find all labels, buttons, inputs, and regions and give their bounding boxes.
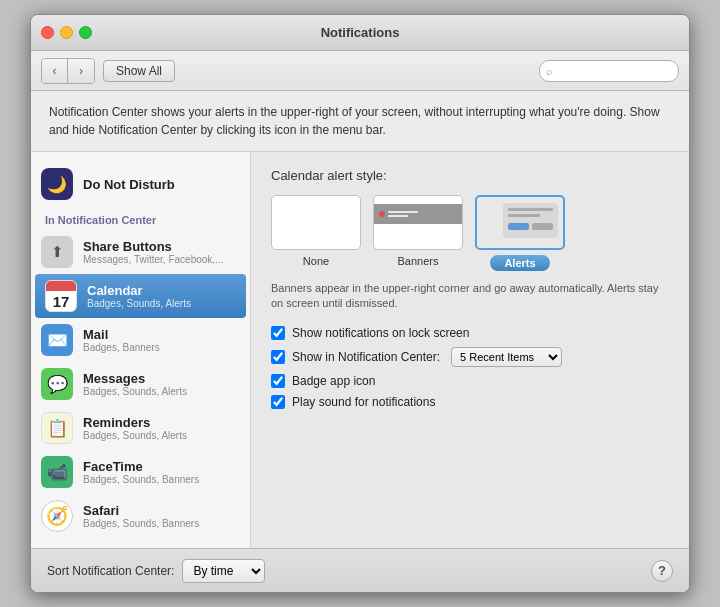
reminders-name: Reminders [83,415,187,430]
search-box: ⌕ [539,60,679,82]
alert-style-heading: Calendar alert style: [271,168,669,183]
window-title: Notifications [321,25,400,40]
help-button[interactable]: ? [651,560,673,582]
banner-strip [374,204,462,224]
content-area: 🌙 Do Not Disturb In Notification Center … [31,152,689,548]
alerts-preview [475,195,565,250]
toolbar: ‹ › Show All ⌕ [31,51,689,91]
sort-select[interactable]: By time Manually [182,559,265,583]
dnd-name: Do Not Disturb [83,177,175,192]
alert-style-none[interactable]: None [271,195,361,271]
alert-description: Banners appear in the upper-right corner… [271,281,669,312]
minimize-button[interactable] [60,26,73,39]
maximize-button[interactable] [79,26,92,39]
sound-label: Play sound for notifications [292,395,435,409]
mail-name: Mail [83,327,160,342]
alert-style-banners[interactable]: Banners [373,195,463,271]
safari-name: Safari [83,503,199,518]
lock-screen-label: Show notifications on lock screen [292,326,469,340]
reminders-icon: 📋 [41,412,73,444]
description-text: Notification Center shows your alerts in… [31,91,689,152]
none-preview [271,195,361,250]
dnd-label-wrap: Do Not Disturb [83,177,175,192]
back-button[interactable]: ‹ [42,59,68,83]
footer: Sort Notification Center: By time Manual… [31,548,689,592]
sidebar-item-calendar[interactable]: 17 Calendar Badges, Sounds, Alerts [35,274,246,318]
safari-icon: 🧭 [41,500,73,532]
sidebar-item-reminders[interactable]: 📋 Reminders Badges, Sounds, Alerts [31,406,250,450]
sidebar-item-mail[interactable]: ✉️ Mail Badges, Banners [31,318,250,362]
recent-items-select[interactable]: 1 Recent Item 5 Recent Items 10 Recent I… [451,347,562,367]
alerts-selected-button[interactable]: Alerts [490,255,549,271]
sound-checkbox[interactable] [271,395,285,409]
banners-label: Banners [398,255,439,267]
traffic-lights [41,26,92,39]
nav-buttons: ‹ › [41,58,95,84]
sidebar-item-facetime[interactable]: 📹 FaceTime Badges, Sounds, Banners [31,450,250,494]
titlebar: Notifications [31,15,689,51]
reminders-sub: Badges, Sounds, Alerts [83,430,187,441]
notifications-window: Notifications ‹ › Show All ⌕ Notificatio… [30,14,690,593]
messages-name: Messages [83,371,187,386]
banner-dot [379,211,385,217]
none-label: None [303,255,329,267]
alert-styles-container: None Banners [271,195,669,271]
forward-button[interactable]: › [68,59,94,83]
dnd-icon: 🌙 [41,168,73,200]
sidebar: 🌙 Do Not Disturb In Notification Center … [31,152,251,548]
safari-sub: Badges, Sounds, Banners [83,518,199,529]
facetime-sub: Badges, Sounds, Banners [83,474,199,485]
badge-checkbox[interactable] [271,374,285,388]
checkbox-sound: Play sound for notifications [271,395,669,409]
checkbox-notification-center: Show in Notification Center: 1 Recent It… [271,347,669,367]
notification-center-checkbox[interactable] [271,350,285,364]
sidebar-item-messages[interactable]: 💬 Messages Badges, Sounds, Alerts [31,362,250,406]
notification-center-label: Show in Notification Center: [292,350,440,364]
sidebar-item-safari[interactable]: 🧭 Safari Badges, Sounds, Banners [31,494,250,538]
banners-preview [373,195,463,250]
sidebar-item-share[interactable]: ⬆ Share Buttons Messages, Twitter, Faceb… [31,230,250,274]
sort-label: Sort Notification Center: [47,564,174,578]
share-sub: Messages, Twitter, Facebook,... [83,254,223,265]
facetime-icon: 📹 [41,456,73,488]
search-icon: ⌕ [546,65,553,77]
calendar-sub: Badges, Sounds, Alerts [87,298,191,309]
lock-screen-checkbox[interactable] [271,326,285,340]
search-input[interactable] [539,60,679,82]
messages-icon: 💬 [41,368,73,400]
share-icon: ⬆ [41,236,73,268]
checkbox-lock-screen: Show notifications on lock screen [271,326,669,340]
show-all-button[interactable]: Show All [103,60,175,82]
sidebar-item-dnd[interactable]: 🌙 Do Not Disturb [31,162,250,206]
main-panel: Calendar alert style: None [251,152,689,548]
mail-sub: Badges, Banners [83,342,160,353]
alert-style-alerts[interactable]: Alerts [475,195,565,271]
calendar-icon: 17 [45,280,77,312]
facetime-name: FaceTime [83,459,199,474]
share-name: Share Buttons [83,239,223,254]
calendar-name: Calendar [87,283,191,298]
messages-sub: Badges, Sounds, Alerts [83,386,187,397]
badge-label: Badge app icon [292,374,375,388]
checkbox-badge: Badge app icon [271,374,669,388]
section-in-notification-center: In Notification Center [31,206,250,230]
close-button[interactable] [41,26,54,39]
mail-icon: ✉️ [41,324,73,356]
